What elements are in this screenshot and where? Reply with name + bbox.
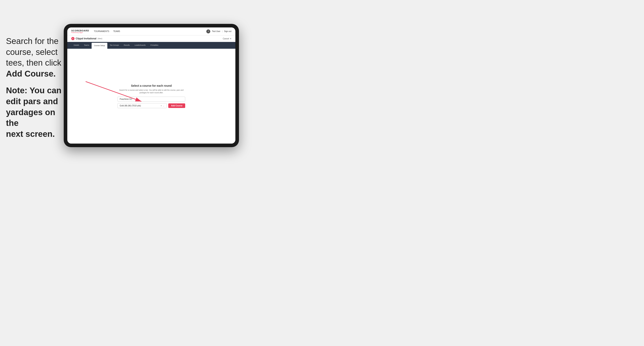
section-title: Select a course for each round bbox=[118, 84, 185, 87]
course-search-input[interactable] bbox=[118, 97, 185, 102]
nav-teams[interactable]: TEAMS bbox=[113, 29, 120, 33]
logo-subtitle: Powered by clippd bbox=[71, 32, 89, 33]
tab-bar: Details Teams Course Setup Tee Groups Re… bbox=[67, 42, 236, 49]
user-avatar: T bbox=[206, 29, 210, 33]
cancel-button[interactable]: Cancel ✕ bbox=[223, 38, 232, 40]
tab-tee-groups[interactable]: Tee Groups bbox=[107, 42, 122, 49]
tee-select[interactable]: Gold (M) (M) (7010 yds) ✕ ⌄ bbox=[118, 103, 167, 108]
tab-course-setup[interactable]: Course Setup bbox=[92, 43, 107, 49]
course-select-section: Select a course for each round Search fo… bbox=[118, 84, 185, 108]
divider: | bbox=[222, 30, 223, 32]
tablet-screen: SCOREBOARD Powered by clippd TOURNAMENTS… bbox=[67, 27, 236, 144]
user-name: Test User bbox=[212, 30, 220, 32]
chevron-down-icon[interactable]: ⌄ bbox=[163, 105, 164, 107]
nav-tournaments[interactable]: TOURNAMENTS bbox=[94, 29, 109, 33]
tee-select-controls: ✕ ⌄ bbox=[160, 105, 164, 107]
tab-teams[interactable]: Teams bbox=[82, 42, 92, 49]
tee-select-row: Gold (M) (M) (7010 yds) ✕ ⌄ Add Course bbox=[118, 103, 185, 108]
annotation-text: Search for the course, select tees, then… bbox=[6, 36, 62, 145]
tab-leaderboards[interactable]: Leaderboards bbox=[132, 42, 148, 49]
user-area: T Test User | Sign out bbox=[206, 29, 232, 33]
main-content: Select a course for each round Search fo… bbox=[67, 49, 236, 144]
tee-select-value: Gold (M) (M) (7010 yds) bbox=[120, 105, 141, 107]
nav-links: TOURNAMENTS TEAMS bbox=[94, 29, 206, 33]
add-course-button[interactable]: Add Course bbox=[168, 103, 185, 108]
tablet-device: SCOREBOARD Powered by clippd TOURNAMENTS… bbox=[64, 24, 239, 147]
tournament-header: C Clippd Invitational (Men) Cancel ✕ bbox=[67, 35, 236, 42]
tournament-name: Clippd Invitational bbox=[76, 37, 96, 40]
logo-title: SCOREBOARD bbox=[71, 30, 89, 32]
clippd-icon: C bbox=[71, 37, 74, 40]
clear-icon[interactable]: ✕ bbox=[160, 105, 162, 107]
tab-printables[interactable]: Printables bbox=[148, 42, 161, 49]
section-description: Search for a course and select a tee. Yo… bbox=[118, 89, 185, 94]
logo-area: SCOREBOARD Powered by clippd bbox=[71, 30, 89, 33]
sign-out-link[interactable]: Sign out bbox=[224, 29, 232, 33]
tab-details[interactable]: Details bbox=[71, 42, 82, 49]
tournament-badge: (Men) bbox=[98, 38, 102, 40]
tab-results[interactable]: Results bbox=[122, 42, 132, 49]
top-navigation: SCOREBOARD Powered by clippd TOURNAMENTS… bbox=[67, 27, 236, 35]
cancel-x-icon: ✕ bbox=[230, 38, 232, 40]
tournament-title-area: C Clippd Invitational (Men) bbox=[71, 37, 102, 40]
